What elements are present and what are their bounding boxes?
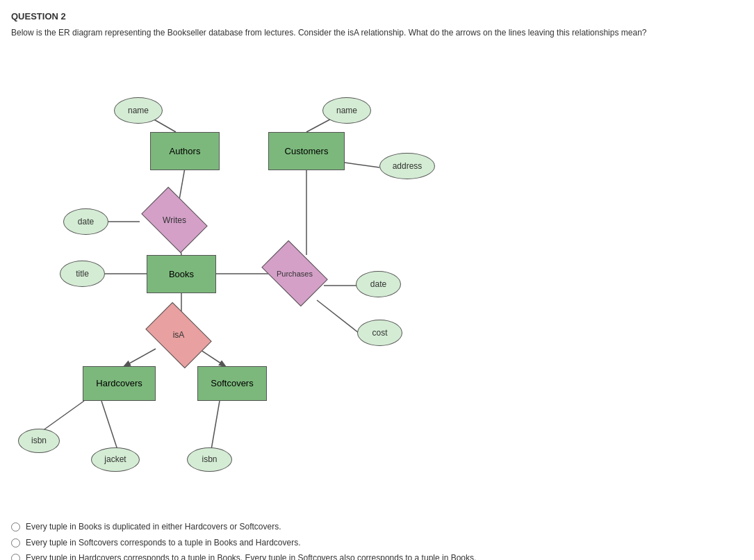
svg-line-15	[101, 401, 117, 450]
radio-c[interactable]	[11, 554, 20, 560]
svg-line-16	[211, 401, 220, 450]
er-diagram: name name address date title date cost i…	[11, 50, 743, 516]
answer-text-a: Every tuple in Books is duplicated in ei…	[26, 521, 281, 533]
answer-choices: Every tuple in Books is duplicated in ei…	[11, 521, 743, 560]
svg-line-10	[317, 300, 359, 333]
answer-text-b: Every tuple in Softcovers corresponds to…	[26, 537, 301, 549]
svg-line-3	[179, 168, 185, 199]
purchases-relationship: Purchases	[263, 250, 326, 297]
svg-line-14	[42, 401, 84, 431]
question-description: Below is the ER diagram representing the…	[11, 27, 743, 39]
isbn-left-attr: isbn	[18, 429, 60, 453]
date-purchases-attr: date	[356, 271, 401, 297]
writes-relationship: Writes	[140, 196, 209, 245]
radio-a[interactable]	[11, 522, 20, 532]
jacket-attr: jacket	[91, 447, 140, 472]
cost-attr: cost	[357, 320, 402, 346]
title-attr: title	[60, 261, 105, 287]
hardcovers-entity: Hardcovers	[83, 366, 156, 401]
name-authors-attr: name	[114, 97, 163, 124]
svg-line-2	[345, 163, 379, 167]
date-writes-attr: date	[63, 208, 108, 235]
answer-option-a[interactable]: Every tuple in Books is duplicated in ei…	[11, 521, 743, 533]
answer-option-c[interactable]: Every tuple in Hardcovers corresponds to…	[11, 552, 743, 560]
radio-b[interactable]	[11, 538, 20, 547]
name-customers-attr: name	[322, 97, 371, 124]
isbn-right-attr: isbn	[187, 447, 232, 472]
address-attr: address	[379, 153, 435, 179]
answer-option-b[interactable]: Every tuple in Softcovers corresponds to…	[11, 537, 743, 549]
customers-entity: Customers	[268, 132, 345, 170]
softcovers-entity: Softcovers	[197, 366, 267, 401]
question-title: QUESTION 2	[11, 11, 743, 22]
books-entity: Books	[147, 255, 216, 293]
answer-text-c: Every tuple in Hardcovers corresponds to…	[26, 552, 476, 560]
authors-entity: Authors	[150, 132, 220, 170]
isa-relationship: isA	[147, 313, 210, 358]
